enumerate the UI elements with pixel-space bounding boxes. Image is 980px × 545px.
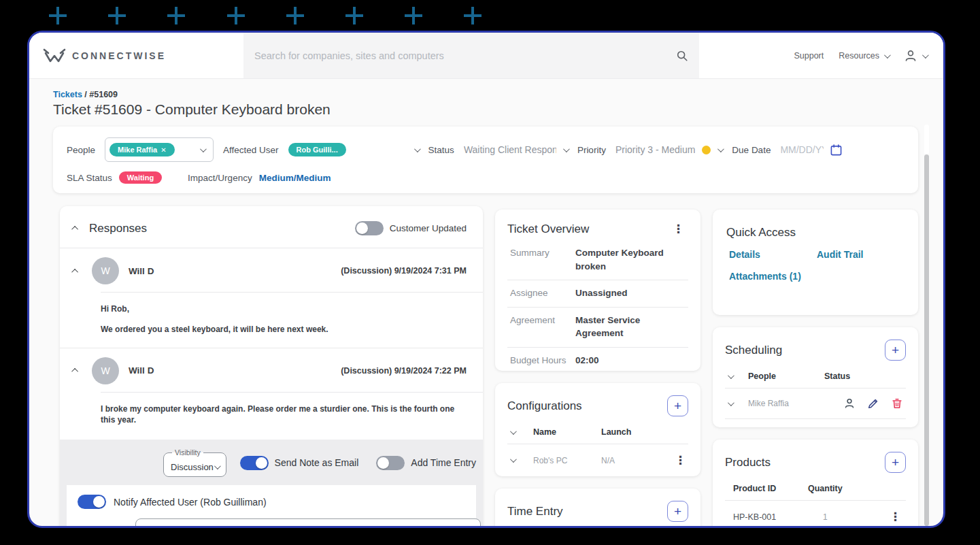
sla-status-badge: Waiting xyxy=(119,171,162,184)
visibility-value: Discussion xyxy=(171,462,214,472)
response-entry-header: W Will D (Discussion) 9/19/2024 7:22 PM xyxy=(60,348,483,392)
scrollbar-track xyxy=(924,125,929,154)
entry-author: Will D xyxy=(129,365,154,376)
affected-user-label: Affected User xyxy=(223,145,279,155)
chevron-down-icon[interactable] xyxy=(510,456,517,463)
collapse-entry-icon[interactable] xyxy=(71,368,78,375)
breadcrumb-tickets-link[interactable]: Tickets xyxy=(53,90,82,99)
plus-mark-icon xyxy=(227,7,245,24)
chevron-down-icon xyxy=(214,463,221,469)
product-menu-icon[interactable]: ⋮ xyxy=(885,510,906,524)
chevron-down-icon xyxy=(922,52,929,59)
search-input[interactable] xyxy=(254,50,676,61)
send-note-as-email-toggle[interactable] xyxy=(240,456,269,470)
overview-value: Master Service Agreement xyxy=(575,314,688,340)
avatar: W xyxy=(92,257,119,284)
connectwise-logo: CONNECTWISE xyxy=(43,47,166,65)
status-select[interactable]: Waiting Client Response xyxy=(464,144,568,155)
affected-user-select[interactable]: Rob Guilli... xyxy=(288,143,419,156)
ticket-overview-menu-icon[interactable]: ⋮ xyxy=(669,222,688,236)
support-link[interactable]: Support xyxy=(794,51,824,61)
entry-meta: (Discussion) 9/19/2024 7:22 PM xyxy=(341,366,467,376)
plus-mark-icon xyxy=(49,7,67,24)
due-date-field[interactable]: MM/DD/YYYY xyxy=(780,144,842,156)
plus-mark-icon xyxy=(464,7,481,24)
customer-updated-toggle[interactable] xyxy=(355,221,384,235)
add-time-entry-label: Add Time Entry xyxy=(411,457,476,468)
resources-label: Resources xyxy=(839,51,879,61)
people-select[interactable]: Mike Raffia ✕ xyxy=(105,137,214,162)
entry-line: We ordered you a steel keyboard, it will… xyxy=(101,324,467,335)
affected-user-chip[interactable]: Rob Guilli... xyxy=(288,143,346,156)
user-icon xyxy=(904,49,917,63)
configurations-title: Configurations xyxy=(507,399,582,413)
assign-person-icon[interactable] xyxy=(843,397,856,410)
add-time-entry-toggle[interactable] xyxy=(376,456,405,470)
products-title: Products xyxy=(725,456,771,469)
responses-card: Responses Customer Updated W Will D (Dis… xyxy=(60,206,483,528)
plus-mark-icon xyxy=(405,7,422,24)
people-chip-label: Mike Raffia xyxy=(118,146,157,154)
column-header-product-id: Product ID xyxy=(733,484,808,493)
edit-pencil-icon[interactable] xyxy=(867,397,879,410)
status-value: Waiting Client Response xyxy=(464,144,556,155)
products-card: Products + Product ID Quantity HP-KB-001… xyxy=(713,440,918,528)
notify-affected-user-toggle[interactable] xyxy=(78,495,106,509)
people-chip[interactable]: Mike Raffia ✕ xyxy=(109,143,174,156)
add-product-button[interactable]: + xyxy=(885,452,906,473)
chevron-down-icon xyxy=(884,52,891,59)
connectwise-mark-icon xyxy=(43,47,66,65)
product-quantity: 1 xyxy=(808,512,885,522)
notify-block: Notify Affected User (Rob Guilliman) xyxy=(67,485,476,528)
audit-trail-link[interactable]: Audit Trail xyxy=(817,249,905,260)
responses-header: Responses Customer Updated xyxy=(60,206,483,248)
chevron-down-icon[interactable] xyxy=(728,399,734,406)
plus-mark-icon xyxy=(167,7,185,24)
collapse-responses-icon[interactable] xyxy=(71,226,78,233)
resources-menu[interactable]: Resources xyxy=(839,51,889,61)
priority-medium-dot-icon xyxy=(702,146,711,154)
entry-body: I broke my computer keyboard again. Plea… xyxy=(60,393,483,439)
overview-value: Unassigned xyxy=(575,286,688,300)
brand-name: CONNECTWISE xyxy=(72,50,166,61)
entry-author: Will D xyxy=(129,266,154,276)
floating-action-button[interactable] xyxy=(858,527,894,528)
impact-urgency-label: Impact/Urgency xyxy=(188,173,252,183)
attachments-link[interactable]: Attachments (1) xyxy=(729,271,817,282)
delete-trash-icon[interactable] xyxy=(891,397,903,410)
scheduling-title: Scheduling xyxy=(725,344,782,357)
chevron-down-icon[interactable] xyxy=(510,428,517,435)
configuration-launch: N/A xyxy=(601,456,671,465)
visibility-select[interactable]: Visibility Discussion xyxy=(163,448,226,477)
breadcrumb: Tickets / #51609 xyxy=(53,90,118,99)
quick-access-card: Quick Access Details Audit Trail Attachm… xyxy=(713,210,918,315)
priority-select[interactable]: Priority 3 - Medium xyxy=(615,144,722,155)
impact-urgency-value: Medium/Medium xyxy=(259,173,331,183)
breadcrumb-ticket-id: #51609 xyxy=(89,90,118,99)
quick-access-title: Quick Access xyxy=(726,226,796,239)
account-menu[interactable] xyxy=(904,49,927,63)
page-title: Ticket #51609 - Computer Keyboard broken xyxy=(53,101,331,118)
chevron-down-icon[interactable] xyxy=(728,372,734,379)
configuration-menu-icon[interactable]: ⋮ xyxy=(671,453,688,467)
add-configuration-button[interactable]: + xyxy=(667,395,688,416)
calendar-icon[interactable] xyxy=(830,144,842,156)
configuration-row[interactable]: Rob's PC N/A ⋮ xyxy=(507,444,688,476)
due-date-placeholder: MM/DD/YYYY xyxy=(780,144,824,155)
add-time-entry-button[interactable]: + xyxy=(667,501,688,522)
configurations-card: Configurations + Name Launch Rob's PC N/… xyxy=(495,383,700,476)
overview-row: Summary Computer Keyboard broken xyxy=(507,240,688,280)
search-icon[interactable] xyxy=(676,50,688,62)
schedule-row[interactable]: Mike Raffia xyxy=(725,388,906,419)
collapse-entry-icon[interactable] xyxy=(71,268,78,275)
response-entry-header: W Will D (Discussion) 9/19/2024 7:31 PM xyxy=(60,248,483,292)
scrollbar-thumb[interactable] xyxy=(924,154,929,526)
remove-chip-icon[interactable]: ✕ xyxy=(160,146,166,154)
people-label: People xyxy=(67,145,95,155)
chevron-down-icon xyxy=(717,146,724,152)
note-text-input[interactable] xyxy=(135,518,481,528)
product-row[interactable]: HP-KB-001 1 ⋮ xyxy=(725,500,906,528)
details-link[interactable]: Details xyxy=(729,249,817,260)
add-schedule-button[interactable]: + xyxy=(885,340,906,361)
breadcrumb-separator: / xyxy=(82,90,89,99)
